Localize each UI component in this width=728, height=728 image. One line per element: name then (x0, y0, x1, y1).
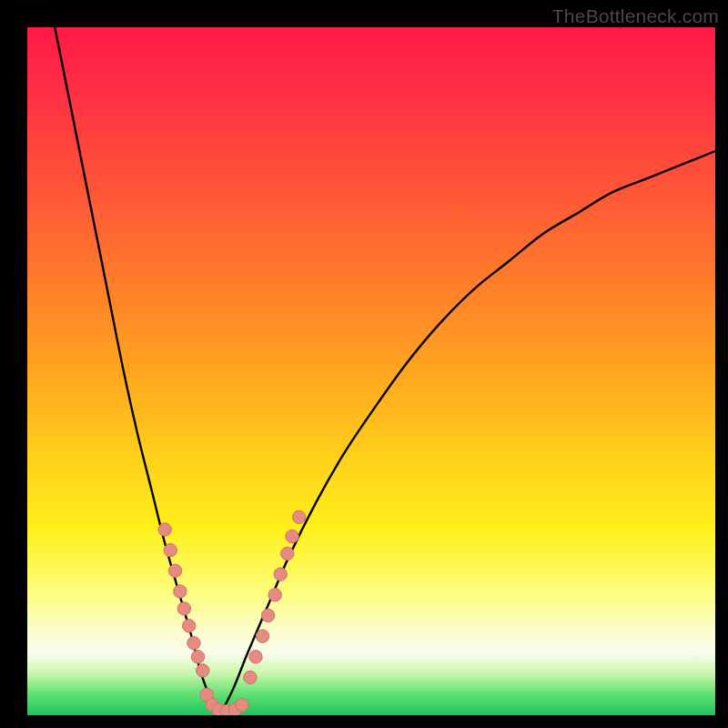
plot-area (27, 27, 715, 715)
data-marker (256, 630, 268, 642)
watermark-text: TheBottleneck.com (552, 5, 719, 27)
data-marker (281, 547, 294, 560)
curve-right-branch (220, 151, 715, 715)
curve-left-branch (55, 27, 219, 715)
data-marker (182, 620, 195, 632)
chart-container: TheBottleneck.com (0, 0, 728, 728)
data-marker (249, 651, 262, 663)
curve-layer (27, 27, 715, 715)
data-marker (244, 671, 257, 683)
data-marker (261, 609, 274, 622)
data-marker (286, 530, 298, 542)
data-marker (268, 589, 281, 602)
data-marker (197, 664, 209, 677)
data-marker (292, 511, 305, 523)
data-marker (177, 602, 190, 615)
data-marker (187, 636, 200, 649)
data-marker (174, 585, 187, 598)
data-marker (168, 564, 181, 577)
marker-group (158, 511, 306, 715)
data-marker (158, 523, 171, 536)
data-marker (191, 651, 204, 663)
data-marker (236, 698, 248, 711)
data-marker (164, 543, 177, 556)
data-marker (274, 568, 287, 581)
